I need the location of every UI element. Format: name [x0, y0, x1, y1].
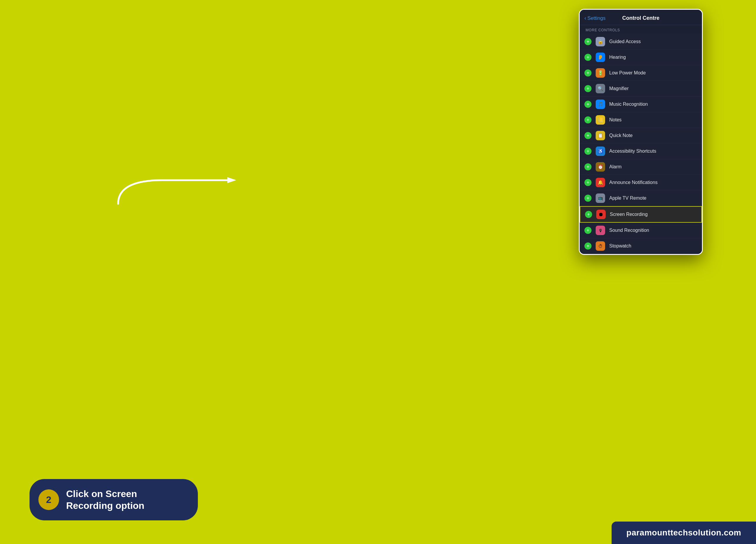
add-button-magnifier[interactable]: +	[584, 85, 592, 92]
item-label-music-recognition: Music Recognition	[609, 102, 648, 107]
add-button-guided-access[interactable]: +	[584, 38, 592, 45]
item-label-notes: Notes	[609, 117, 622, 123]
item-label-hearing: Hearing	[609, 55, 626, 60]
list-item-announce-notifications[interactable]: +🔔Announce Notifications	[580, 175, 702, 190]
app-icon-accessibility-shortcuts: ♿	[596, 146, 605, 156]
add-button-notes[interactable]: +	[584, 116, 592, 123]
list-item-magnifier[interactable]: +🔍Magnifier	[580, 81, 702, 97]
add-button-hearing[interactable]: +	[584, 54, 592, 61]
app-icon-guided-access: 🔒	[596, 37, 605, 46]
list-item-accessibility-shortcuts[interactable]: +♿Accessibility Shortcuts	[580, 144, 702, 159]
item-label-announce-notifications: Announce Notifications	[609, 180, 658, 185]
add-button-sound-recognition[interactable]: +	[584, 227, 592, 234]
item-label-quick-note: Quick Note	[609, 133, 633, 138]
step-number: 2	[38, 489, 59, 510]
section-label: MORE CONTROLS	[580, 25, 702, 34]
arrow-icon	[115, 174, 242, 210]
settings-panel: ‹ Settings Control Centre MORE CONTROLS …	[579, 9, 703, 255]
list-item-music-recognition[interactable]: +🎵Music Recognition	[580, 97, 702, 112]
add-button-stopwatch[interactable]: +	[584, 242, 592, 250]
app-icon-stopwatch: ⏱	[596, 241, 605, 251]
app-icon-hearing: 👂	[596, 53, 605, 62]
item-label-stopwatch: Stopwatch	[609, 243, 631, 249]
list-item-hearing[interactable]: +👂Hearing	[580, 50, 702, 65]
list-item-guided-access[interactable]: +🔒Guided Access	[580, 34, 702, 50]
list-item-quick-note[interactable]: +📋Quick Note	[580, 128, 702, 144]
item-label-screen-recording: Screen Recording	[610, 212, 648, 217]
app-icon-announce-notifications: 🔔	[596, 178, 605, 187]
back-chevron-icon: ‹	[584, 15, 586, 21]
header-title: Control Centre	[622, 15, 659, 21]
item-label-accessibility-shortcuts: Accessibility Shortcuts	[609, 149, 656, 154]
svg-marker-0	[227, 177, 236, 183]
item-label-alarm: Alarm	[609, 164, 622, 170]
app-icon-sound-recognition: 🎙	[596, 226, 605, 235]
app-icon-magnifier: 🔍	[596, 84, 605, 93]
items-container: +🔒Guided Access+👂Hearing+🔋Low Power Mode…	[580, 34, 702, 254]
add-button-announce-notifications[interactable]: +	[584, 179, 592, 186]
footer-brand: paramounttechsolution.com	[612, 522, 756, 544]
list-item-screen-recording[interactable]: +⏺Screen Recording	[580, 206, 702, 223]
item-label-apple-tv-remote: Apple TV Remote	[609, 196, 646, 201]
list-item-stopwatch[interactable]: +⏱Stopwatch	[580, 238, 702, 254]
add-button-accessibility-shortcuts[interactable]: +	[584, 148, 592, 155]
list-item-low-power-mode[interactable]: +🔋Low Power Mode	[580, 65, 702, 81]
add-button-quick-note[interactable]: +	[584, 132, 592, 139]
back-button[interactable]: ‹ Settings	[584, 15, 605, 21]
list-item-sound-recognition[interactable]: +🎙Sound Recognition	[580, 223, 702, 238]
step-badge: 2 Click on ScreenRecording option	[30, 479, 198, 520]
app-icon-music-recognition: 🎵	[596, 100, 605, 109]
list-item-apple-tv-remote[interactable]: +📺Apple TV Remote	[580, 190, 702, 206]
item-label-low-power-mode: Low Power Mode	[609, 70, 646, 76]
add-button-apple-tv-remote[interactable]: +	[584, 195, 592, 202]
app-icon-low-power-mode: 🔋	[596, 68, 605, 78]
step-text: Click on ScreenRecording option	[66, 488, 144, 512]
back-label: Settings	[587, 15, 605, 21]
list-item-notes[interactable]: +📒Notes	[580, 112, 702, 128]
add-button-alarm[interactable]: +	[584, 163, 592, 170]
brand-text: paramounttechsolution.com	[626, 528, 741, 537]
item-label-magnifier: Magnifier	[609, 86, 629, 91]
app-icon-apple-tv-remote: 📺	[596, 193, 605, 203]
list-item-alarm[interactable]: +⏰Alarm	[580, 159, 702, 175]
app-icon-notes: 📒	[596, 115, 605, 125]
item-label-guided-access: Guided Access	[609, 39, 641, 44]
app-icon-alarm: ⏰	[596, 162, 605, 172]
app-icon-quick-note: 📋	[596, 131, 605, 140]
add-button-low-power-mode[interactable]: +	[584, 69, 592, 76]
add-button-screen-recording[interactable]: +	[585, 211, 592, 218]
add-button-music-recognition[interactable]: +	[584, 101, 592, 108]
arrow-container	[115, 174, 242, 210]
item-label-sound-recognition: Sound Recognition	[609, 228, 649, 233]
settings-header: ‹ Settings Control Centre	[580, 10, 702, 25]
app-icon-screen-recording: ⏺	[596, 210, 606, 219]
